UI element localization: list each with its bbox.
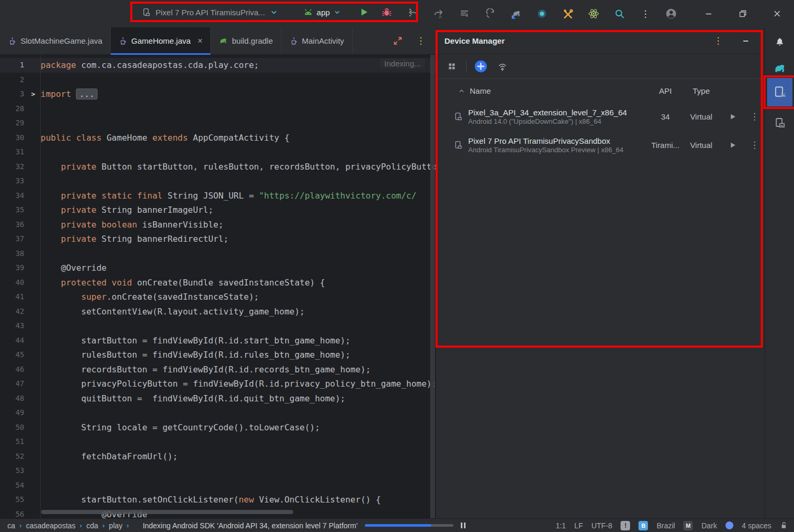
code-text: private Button startButton, rulesButton,… [39, 160, 435, 174]
column-name[interactable]: Name [470, 86, 491, 95]
pause-indexing-button[interactable] [461, 523, 466, 528]
column-api[interactable]: API [648, 86, 682, 95]
tab-label: SlotMachineGame.java [21, 36, 102, 45]
restore-actions-button[interactable] [457, 6, 472, 21]
device-row-pixel-7-pro[interactable]: Pixel 7 Pro API TiramisuPrivacySandbox A… [436, 131, 764, 159]
line-number: 38 [0, 247, 27, 261]
fold-gutter [27, 189, 39, 203]
tab-mainactivity[interactable]: MainActivity [282, 27, 353, 54]
line-number: 39 [0, 261, 27, 275]
main-menu-more-button[interactable]: ⋮ [638, 6, 653, 21]
fold-gutter [27, 131, 39, 145]
vertical-scrollbar[interactable] [430, 55, 435, 518]
pair-over-wifi-button[interactable] [495, 59, 510, 74]
horizontal-scrollbar[interactable] [41, 510, 293, 514]
line-number: 33 [0, 174, 27, 189]
line-number: 46 [0, 362, 27, 377]
account-person-icon [665, 8, 677, 19]
line-number: 47 [0, 377, 27, 391]
undo-button[interactable] [405, 6, 420, 21]
run-button[interactable] [356, 5, 371, 19]
fold-arrow-icon[interactable]: > [27, 87, 39, 102]
search-icon [614, 8, 625, 19]
running-devices-tool-button[interactable] [768, 113, 791, 134]
device-manager-tool-button[interactable] [767, 78, 792, 106]
unlocked-padlock-icon[interactable] [780, 521, 788, 529]
device-api: 34 [648, 112, 682, 121]
line-number: 54 [0, 478, 27, 493]
code-line: 39 @Override [0, 261, 435, 275]
close-window-button[interactable] [770, 6, 785, 21]
virtual-device-icon [454, 112, 463, 121]
tab-close-icon[interactable]: × [198, 37, 202, 45]
tab-slotmachinegame[interactable]: SlotMachineGame.java [0, 27, 111, 54]
search-everywhere-button[interactable] [612, 6, 627, 21]
code-line: 1package com.ca.casadeapostas.cda.play.c… [0, 58, 435, 73]
fold-gutter [27, 391, 39, 406]
run-configuration-selector[interactable]: Pixel 7 Pro API TiramisuPriva... [139, 8, 281, 17]
fold-gutter [27, 160, 39, 174]
locale-badge-icon[interactable]: B [638, 521, 648, 530]
line-number: 1 [0, 58, 27, 73]
profiler-record-button[interactable] [535, 6, 549, 21]
code-text [39, 478, 41, 493]
device-atom-button[interactable] [586, 6, 601, 21]
locale-label[interactable]: Brazil [656, 521, 675, 530]
restore-window-button[interactable] [735, 6, 750, 21]
launch-device-button[interactable] [725, 137, 740, 152]
tab-build-gradle[interactable]: build.gradle [211, 27, 282, 54]
line-number: 37 [0, 232, 27, 247]
hide-panel-button[interactable] [738, 33, 753, 48]
redo-button[interactable]: A [431, 6, 446, 21]
notifications-badge-icon[interactable]: ! [621, 521, 630, 530]
kebab-menu-icon: ⋮ [750, 112, 759, 121]
launch-device-button[interactable] [725, 109, 740, 124]
breadcrumb-item[interactable]: play [109, 521, 123, 530]
line-number: 41 [0, 290, 27, 304]
breadcrumb-item[interactable]: cda [86, 521, 99, 530]
gradle-tool-button[interactable] [768, 58, 791, 79]
add-plus-icon [474, 60, 488, 73]
minimize-button[interactable] [701, 6, 716, 21]
device-actions-menu[interactable]: ⋮ [747, 109, 762, 124]
atom-icon [588, 8, 599, 19]
device-manager-options-menu[interactable]: ⋮ [711, 33, 725, 48]
code-text: package com.ca.casadeapostas.cda.play.co… [39, 58, 259, 73]
tab-gamehome[interactable]: GameHome.java × [111, 27, 211, 54]
code-line: 48 quitButton = findViewById(R.id.quit_b… [0, 391, 435, 406]
code-text [39, 464, 41, 478]
theme-badge-icon[interactable]: M [683, 521, 693, 530]
account-button[interactable] [664, 6, 679, 21]
caret-position[interactable]: 1:1 [556, 521, 566, 530]
expand-editor-button[interactable] [390, 34, 405, 48]
code-editor[interactable]: 1package com.ca.casadeapostas.cda.play.c… [0, 55, 435, 518]
fold-gutter [27, 145, 39, 160]
code-line: 33 [0, 174, 435, 189]
breadcrumb-item[interactable]: ca [7, 521, 15, 530]
plugin-dot-icon[interactable] [725, 521, 733, 529]
line-separator[interactable]: LF [574, 521, 583, 530]
file-encoding[interactable]: UTF-8 [592, 521, 613, 530]
breadcrumb-item[interactable]: casadeapostas [26, 521, 75, 530]
sort-ascending-icon[interactable] [458, 87, 465, 94]
add-device-button[interactable] [473, 59, 488, 74]
device-row-pixel-3a[interactable]: Pixel_3a_API_34_extension_level_7_x86_64… [436, 102, 764, 131]
retry-build-icon [485, 8, 496, 19]
debug-button[interactable] [380, 5, 394, 19]
code-line: 55 startButton.setOnClickListener(new Vi… [0, 492, 435, 507]
device-actions-menu[interactable]: ⋮ [747, 137, 762, 152]
code-text: private boolean isBannerVisible; [39, 218, 224, 232]
indent-setting[interactable]: 4 spaces [742, 521, 771, 530]
gradle-sync-button[interactable] [509, 6, 524, 21]
theme-label[interactable]: Dark [701, 521, 717, 530]
tab-options-menu[interactable]: ⋮ [413, 34, 428, 48]
code-text [39, 435, 41, 449]
retry-build-button[interactable] [483, 6, 498, 21]
module-selector[interactable]: app [303, 8, 341, 17]
group-devices-button[interactable] [444, 59, 459, 74]
code-text: private String bannerRedirectUrl; [39, 232, 228, 247]
sdk-manager-button[interactable] [560, 6, 575, 21]
notifications-button[interactable] [768, 33, 791, 54]
line-number: 31 [0, 145, 27, 160]
column-type[interactable]: Type [682, 86, 720, 95]
